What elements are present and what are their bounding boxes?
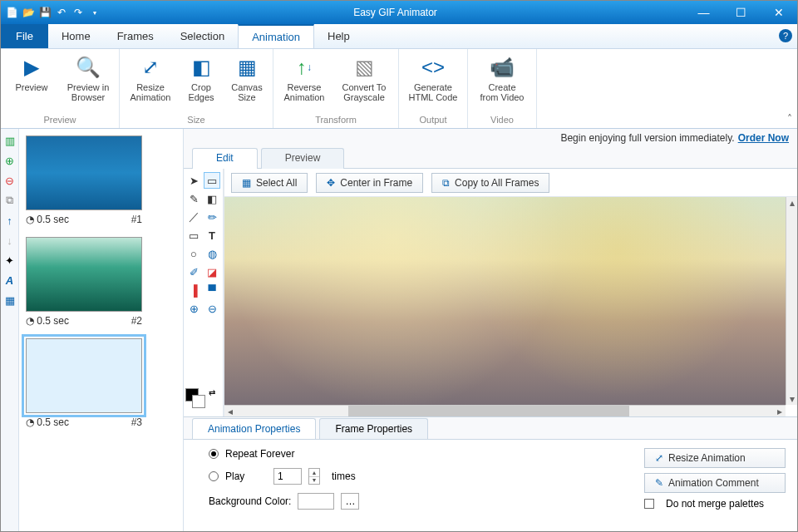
save-icon[interactable]: 💾	[37, 5, 52, 20]
menu-animation[interactable]: Animation	[238, 24, 314, 48]
eraser-tool[interactable]: ◪	[204, 264, 220, 280]
zoom-out-tool[interactable]: ⊖	[204, 300, 220, 317]
tab-frame-properties[interactable]: Frame Properties	[319, 418, 428, 439]
add-frame-icon[interactable]: ⊕	[3, 154, 17, 167]
wand-tool[interactable]: ◧	[204, 190, 220, 207]
frame-item[interactable]: 0.5 sec#2	[26, 237, 176, 327]
ribbon-group-transform: ↑↓Reverse Animation ▧Convert To Grayscal…	[273, 49, 399, 128]
generate-html-button[interactable]: <>Generate HTML Code	[404, 52, 462, 104]
comment-icon: ✎	[655, 477, 663, 489]
frames-panel: 0.5 sec#1 0.5 sec#2 0.5 sec#3	[19, 129, 184, 532]
crop-edges-button[interactable]: ◧Crop Edges	[181, 52, 221, 104]
lasso-tool[interactable]: ✎	[185, 190, 202, 207]
select-all-button[interactable]: ▦Select All	[231, 173, 308, 193]
effects-icon[interactable]: ✦	[3, 254, 17, 267]
resize-animation-button[interactable]: ⤢Resize Animation	[125, 52, 176, 104]
minimize-button[interactable]: —	[685, 1, 722, 24]
redo-icon[interactable]: ↷	[71, 5, 86, 20]
bg-color-swatch[interactable]	[298, 493, 334, 510]
menu-frames[interactable]: Frames	[104, 24, 167, 48]
marquee-tool[interactable]: ▭	[204, 172, 220, 189]
spinner-buttons[interactable]: ▲▼	[308, 468, 320, 485]
zoom-in-tool[interactable]: ⊕	[185, 300, 202, 317]
maximize-button[interactable]: ☐	[722, 1, 760, 24]
group-label-video: Video	[490, 115, 514, 126]
pointer-tool[interactable]: ➤	[185, 172, 202, 189]
eyedropper-tool[interactable]: ✐	[185, 264, 202, 280]
fill-tool[interactable]: ◍	[204, 245, 220, 262]
resize-animation-shortcut[interactable]: ⤢Resize Animation	[644, 448, 786, 468]
frame-number: #3	[131, 416, 142, 428]
undo-icon[interactable]: ↶	[54, 5, 69, 20]
file-menu[interactable]: File	[1, 24, 48, 48]
ribbon-collapse-icon[interactable]: ˄	[787, 113, 792, 125]
menu-home[interactable]: Home	[48, 24, 104, 48]
flip-v-tool[interactable]: ▀	[204, 282, 220, 298]
swap-colors-icon[interactable]: ⇄	[209, 388, 215, 397]
preview-browser-button[interactable]: 🔍Preview in Browser	[62, 52, 114, 104]
brush-tool[interactable]: ✏	[204, 209, 220, 225]
move-up-icon[interactable]: ↑	[3, 214, 17, 227]
menubar: File Home Frames Selection Animation Hel…	[1, 24, 797, 49]
group-label-output: Output	[419, 115, 446, 126]
play-option[interactable]: Play	[225, 470, 267, 482]
tab-edit[interactable]: Edit	[192, 148, 258, 169]
background-color[interactable]	[192, 395, 205, 408]
order-now-link[interactable]: Order Now	[738, 132, 789, 144]
titlebar: 📄 📂 💾 ↶ ↷ ▾ Easy GIF Animator — ☐ ✕	[1, 1, 797, 24]
frame-item[interactable]: 0.5 sec#3	[26, 338, 176, 428]
horizontal-scrollbar[interactable]: ◂▸	[224, 405, 786, 416]
properties-left: Repeat Forever Play 1 ▲▼ times Backgroun…	[209, 448, 359, 530]
radio-icon[interactable]	[209, 471, 219, 481]
tab-preview[interactable]: Preview	[261, 148, 345, 169]
close-button[interactable]: ✕	[760, 1, 797, 24]
duplicate-frame-icon[interactable]: ⧉	[3, 194, 17, 207]
repeat-forever-option[interactable]: Repeat Forever	[209, 448, 359, 460]
grid-icon[interactable]: ▦	[3, 293, 17, 307]
line-tool[interactable]: ／	[185, 209, 202, 225]
color-swatches[interactable]: ⇄	[185, 388, 210, 413]
menu-selection[interactable]: Selection	[167, 24, 238, 48]
tab-animation-properties[interactable]: Animation Properties	[192, 418, 316, 439]
open-icon[interactable]: 📂	[21, 5, 36, 20]
menu-help[interactable]: Help	[314, 24, 363, 48]
vertical-scrollbar[interactable]: ▴▾	[786, 197, 797, 405]
left-toolbar: ▥ ⊕ ⊖ ⧉ ↑ ↓ ✦ A ▦	[1, 129, 19, 532]
order-bar: Begin enjoying full version immediately.…	[184, 129, 797, 147]
property-tabs: Animation Properties Frame Properties	[184, 416, 797, 440]
merge-palettes-checkbox[interactable]: Do not merge palettes	[644, 498, 786, 510]
frame-duration: 0.5 sec	[26, 416, 69, 428]
crop-icon: ◧	[188, 54, 214, 81]
frame-thumbnail	[26, 237, 142, 312]
grayscale-icon: ▧	[351, 54, 377, 81]
delete-frame-icon[interactable]: ⊖	[3, 174, 17, 187]
editor-tabs: Edit Preview	[184, 147, 797, 169]
canvas-image[interactable]	[224, 197, 786, 405]
flip-h-tool[interactable]: ▐	[185, 282, 202, 298]
frame-item[interactable]: 0.5 sec#1	[26, 135, 176, 225]
help-icon[interactable]: ?	[779, 29, 792, 42]
animation-comment-button[interactable]: ✎Animation Comment	[644, 473, 786, 493]
play-count-input[interactable]: 1	[273, 468, 302, 485]
canvas-icon: ▦	[234, 54, 260, 81]
preview-button[interactable]: ▶Preview	[6, 52, 57, 104]
new-icon[interactable]: 📄	[4, 5, 19, 20]
qat-dropdown-icon[interactable]: ▾	[87, 5, 102, 20]
copy-to-frames-button[interactable]: ⧉Copy to All Frames	[431, 173, 549, 193]
bg-color-picker-button[interactable]: …	[341, 493, 359, 510]
grayscale-button[interactable]: ▧Convert To Grayscale	[335, 52, 393, 104]
select-all-icon: ▦	[242, 177, 251, 189]
center-in-frame-button[interactable]: ✥Center in Frame	[316, 173, 423, 193]
checkbox-icon	[644, 499, 654, 509]
insert-frame-icon[interactable]: ▥	[3, 134, 17, 147]
frame-number: #2	[131, 315, 142, 327]
move-down-icon[interactable]: ↓	[3, 234, 17, 247]
rect-tool[interactable]: ▭	[185, 227, 202, 244]
ellipse-tool[interactable]: ○	[185, 245, 202, 262]
canvas-size-button[interactable]: ▦Canvas Size	[226, 52, 268, 104]
create-from-video-button[interactable]: 📹Create from Video	[473, 52, 531, 104]
order-text: Begin enjoying full version immediately.	[560, 132, 734, 144]
text-tool[interactable]: T	[204, 227, 220, 244]
text-tool-icon[interactable]: A	[3, 273, 17, 287]
reverse-animation-button[interactable]: ↑↓Reverse Animation	[278, 52, 330, 104]
